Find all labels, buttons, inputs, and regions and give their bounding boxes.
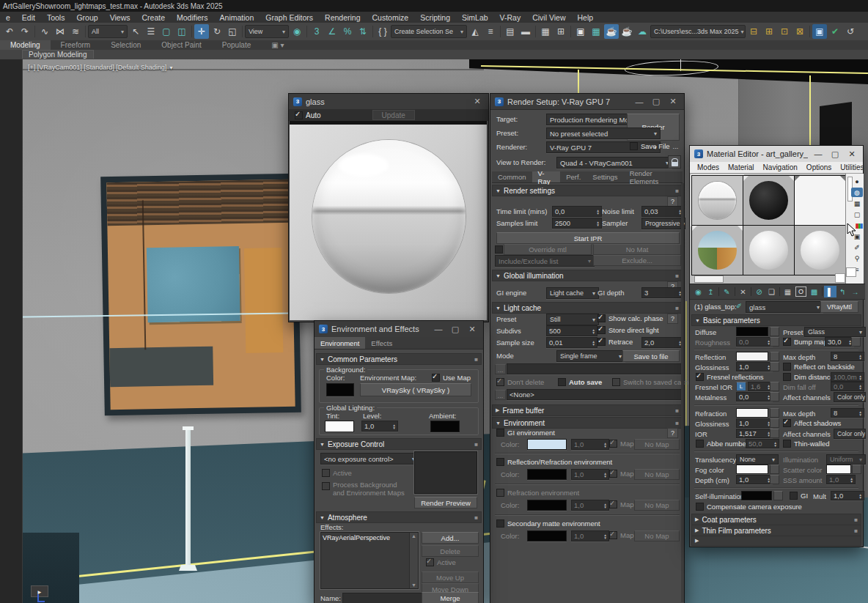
frame-buffer-rollout[interactable]: ▶Frame buffer■ [492,404,683,416]
add-effect-button[interactable]: Add... [422,532,479,544]
refl-max-depth-field[interactable]: 8 [831,352,864,361]
material-slot-artwork[interactable] [691,225,743,275]
frame-buffer-icon[interactable]: ▦ [589,24,603,39]
no-mat-button[interactable]: No Mat [593,244,681,255]
partial-rollout[interactable]: ▶ [691,536,861,546]
material-slot-glass[interactable] [691,175,743,226]
mult-field[interactable]: 1,0 [831,491,864,500]
close-icon[interactable]: ✕ [845,149,858,159]
layer-explorer-icon[interactable]: ▤ [503,24,518,39]
compensate-exposure-checkbox[interactable]: Compensate camera exposure [696,503,802,511]
render-setup-scrollbar[interactable] [681,183,684,602]
use-map-checkbox[interactable]: Use Map [432,374,471,382]
dim-falloff-field[interactable]: 0,0 [831,382,864,391]
ribbon-tab[interactable]: ▣ ▾ [261,40,294,50]
start-ipr-button[interactable]: Start IPR [496,232,680,244]
sss-amount-field[interactable]: 1,0 [826,475,856,484]
save-to-file-button[interactable]: Save to file [622,350,680,362]
material-slot-white[interactable] [794,175,846,226]
lc-preset-dropdown[interactable]: Still [546,314,599,325]
material-slot-black[interactable] [743,175,795,226]
save-material-icon[interactable]: ▦ [781,286,794,297]
minimize-icon[interactable]: — [633,97,646,106]
menu-item[interactable]: Customize [367,13,415,22]
go-sibling-icon[interactable]: → [849,286,861,297]
effect-name-field[interactable] [342,593,423,603]
slots-hscroll-handle[interactable] [694,275,724,283]
menu-item[interactable]: Graph Editors [260,13,319,22]
project-folder-dropdown[interactable]: C:\Users\esc...3ds Max 2025 [650,25,746,38]
make-unique-icon[interactable]: ❏ [765,286,778,297]
menu-item[interactable]: Help [572,13,600,22]
close-icon[interactable]: ✕ [466,325,479,334]
merge-button[interactable]: Merge [422,592,479,603]
rect-select-icon[interactable]: ▢ [159,24,174,39]
material-id-icon[interactable]: O [795,286,806,297]
align-icon[interactable]: ≡ [483,24,498,39]
ribbon-tab[interactable]: Selection [100,40,151,50]
select-object-icon[interactable]: ↖ [128,24,143,39]
light-cache-rollout[interactable]: ▼Light cache■ [492,302,683,314]
select-by-name-icon[interactable]: ☰ [144,24,158,39]
gi-env-mult-field[interactable]: 1,0 [571,439,609,450]
asset-link-icon[interactable]: ⊠ [792,24,807,39]
refl-env-no-map-button[interactable]: No Map [634,469,680,480]
scroll-down-icon[interactable]: ▼ [411,582,416,588]
environment-rollout[interactable]: ▼Environment■ [492,417,683,429]
metalness-field[interactable]: 0,0 [736,392,773,402]
refr-env-mult-field[interactable]: 1,0 [571,500,609,511]
sep[interactable] [499,24,502,39]
reset-map-icon[interactable]: ⊘ [753,286,765,297]
env-effects-tab[interactable]: Environment [315,337,365,349]
material-type-button[interactable]: VRayMtl [820,301,858,313]
fresnel-ior-map-button[interactable] [770,382,779,391]
delete-material-icon[interactable]: ✕ [737,286,749,297]
sep[interactable] [808,24,812,39]
refraction-swatch[interactable] [736,408,768,418]
effects-list-scrollbar[interactable]: ▲ ▼ [409,533,418,588]
time-limit-field[interactable]: 0,0 [552,206,602,217]
mode-dropdown[interactable]: Single frame [556,350,625,362]
menu-item[interactable]: Modifiers [171,13,214,22]
go-parent-icon[interactable]: ↰ [836,286,849,297]
unlink-icon[interactable]: ⋈ [53,24,67,39]
include-exclude-dropdown[interactable]: Include/Exclude list [495,255,595,267]
use-center-icon[interactable]: ◉ [290,24,304,39]
translucency-dropdown[interactable]: None [736,454,779,465]
maximize-icon[interactable]: ▢ [449,325,462,334]
fresnel-ior-lock-button[interactable]: L [736,382,746,391]
material-slot-gray1[interactable] [743,225,795,275]
menu-item[interactable]: e [0,13,16,22]
material-editor-menu-item[interactable]: Navigation [759,163,802,171]
exposure-active-checkbox[interactable]: Active [322,469,352,477]
affect-shadows-checkbox[interactable]: Affect shadows [783,419,841,427]
ior-map-button[interactable] [770,429,779,438]
background-icon[interactable]: ▩ [808,286,820,297]
painting[interactable] [100,174,301,416]
named-selection-icon[interactable]: { } [375,24,390,39]
sep[interactable] [569,24,573,39]
render-setup-icon[interactable]: ▣ [573,24,588,39]
material-editor-menu-item[interactable]: Modes [693,163,724,171]
refr-glossiness-field[interactable]: 1,0 [736,418,773,428]
lock-view-button[interactable] [668,155,681,169]
roughness-field[interactable]: 0,0 [736,337,773,347]
fresnel-ior-field[interactable]: 1,6 [748,382,773,391]
gi-env-color-swatch[interactable] [527,439,567,450]
render-setup-tab[interactable]: V-Ray [532,171,561,182]
maximize-icon[interactable]: ▢ [650,97,663,106]
matte-env-color-swatch[interactable] [527,530,567,541]
update-button[interactable]: Update [372,110,415,120]
refr-glossiness-map-button[interactable] [770,418,779,428]
pedestal-pole[interactable] [185,429,191,567]
effects-listbox[interactable]: VRayAerialPerspective ▲ ▼ [320,532,419,589]
refr-affect-channels-dropdown[interactable]: Color only [834,429,866,439]
menu-item[interactable]: Tools [41,13,71,22]
help-button[interactable]: ? [667,428,678,438]
common-parameters-rollout[interactable]: ▼Common Parameters■ [316,353,482,365]
gi-depth-field[interactable]: 3 [641,287,684,298]
material-editor-menu-item[interactable]: Material [724,163,759,171]
render-setup-tab[interactable]: Render Elements [624,171,683,182]
illumination-dropdown[interactable]: Uniform [826,454,866,465]
material-editor-titlebar[interactable]: 3 Material Editor - art_gallery_interior… [690,146,863,163]
